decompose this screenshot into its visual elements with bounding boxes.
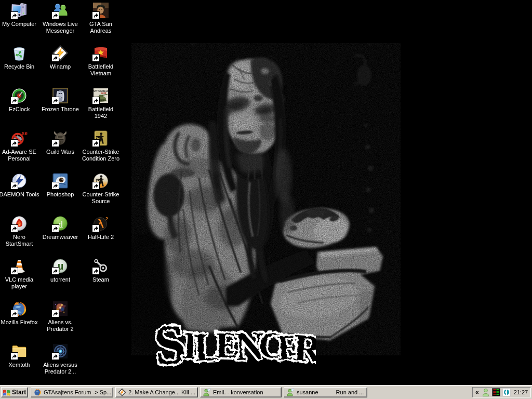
svg-text:d: d <box>58 219 63 230</box>
svg-text:se: se <box>22 130 28 136</box>
svg-text:1942: 1942 <box>100 91 106 95</box>
svg-text:R: R <box>291 325 316 370</box>
svg-text:2: 2 <box>105 216 108 221</box>
